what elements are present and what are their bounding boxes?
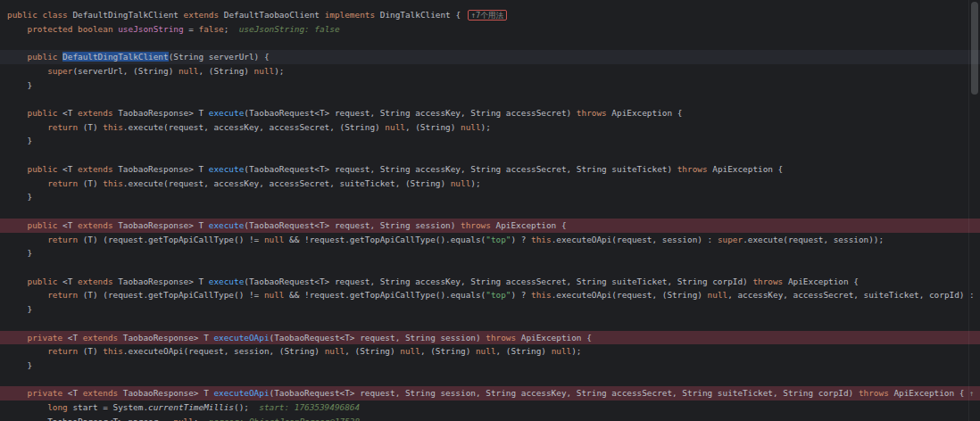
code-line-13[interactable]: return (T) this.execute(request, accessK… (0, 177, 980, 191)
code-token[interactable]: DingTalkClient { (375, 10, 466, 20)
code-token[interactable]: , (String) (199, 66, 254, 76)
code-line-1[interactable]: public class DefaultDingTalkClient exten… (0, 8, 980, 22)
code-token[interactable]: throws (577, 108, 607, 118)
code-token[interactable]: extends (78, 164, 113, 174)
code-token[interactable]: public (28, 220, 58, 230)
code-token[interactable]: = (184, 24, 199, 34)
code-token[interactable]: (TaobaoRequest<T> request, String access… (244, 164, 677, 174)
code-viewport[interactable]: public class DefaultDingTalkClient exten… (0, 0, 980, 421)
code-token[interactable]: ; (224, 24, 239, 34)
code-token[interactable]: long (47, 402, 68, 412)
code-token[interactable]: TaobaoResponse> T (113, 164, 209, 174)
code-token[interactable]: } (7, 248, 32, 258)
code-token[interactable]: (TaobaoRequest<T> request, String access… (244, 277, 752, 286)
code-token[interactable] (7, 108, 28, 118)
code-token[interactable]: "top" (486, 235, 511, 244)
selected-identifier[interactable]: DefaultDingTalkClient (62, 52, 169, 62)
code-token[interactable]: null (325, 346, 345, 356)
code-token[interactable]: class (43, 10, 68, 20)
code-token[interactable]: <T (57, 277, 78, 286)
code-line-4[interactable]: public DefaultDingTalkClient(String serv… (0, 50, 980, 64)
code-token[interactable]: (String serverUrl) { (169, 52, 270, 62)
code-token[interactable]: this (531, 235, 552, 244)
code-token[interactable]: extends (78, 108, 113, 118)
code-token[interactable]: null (254, 66, 275, 76)
code-token[interactable]: <T (57, 164, 78, 174)
code-token[interactable]: ); (481, 122, 491, 132)
debug-inline-value[interactable]: parser: ObjectJsonParser@17538 (209, 417, 360, 421)
scrollbar-thumb[interactable] (971, 2, 978, 95)
code-token[interactable]: public (28, 164, 58, 174)
code-line-15[interactable] (0, 204, 980, 219)
code-token[interactable]: .executeOApi(request, (String) (552, 290, 708, 300)
code-token[interactable]: ApiException { (607, 108, 683, 118)
code-token[interactable]: (T) (78, 122, 103, 132)
code-token[interactable]: false (199, 24, 224, 34)
code-token[interactable]: (T) (request.getTopApiCallType() != (78, 235, 264, 244)
code-line-25[interactable]: return (T) this.executeOApi(request, ses… (0, 344, 980, 359)
code-token[interactable]: this (103, 346, 123, 356)
debug-inline-value[interactable]: useJsonString: false (239, 24, 340, 34)
code-token[interactable]: start = System. (68, 402, 148, 412)
code-line-2[interactable]: protected boolean useJsonString = false;… (0, 22, 980, 37)
code-token[interactable]: throws (752, 277, 783, 286)
code-token[interactable]: } (7, 136, 32, 145)
code-token[interactable]: public (28, 52, 58, 62)
code-token[interactable]: , (String) (496, 346, 552, 356)
code-token[interactable]: extends (83, 388, 119, 398)
code-token[interactable]: DefaultDingTalkClient (68, 10, 184, 20)
code-token[interactable]: .execute(request, accessKey, accessSecre… (123, 122, 386, 132)
code-token[interactable]: super (718, 235, 743, 244)
code-token[interactable]: , (String) (345, 346, 400, 356)
code-token[interactable]: execute (209, 220, 245, 230)
code-token[interactable]: executeOApi (213, 388, 269, 398)
code-token[interactable] (7, 122, 47, 132)
code-line-23[interactable] (0, 317, 980, 331)
code-line-5[interactable]: super(serverUrl, (String) null, (String)… (0, 64, 980, 78)
code-token[interactable]: return (47, 290, 78, 300)
code-token[interactable] (7, 388, 28, 398)
code-token[interactable]: <T (57, 220, 78, 230)
code-token[interactable]: , (String) (420, 346, 476, 356)
code-token[interactable]: (T) (78, 178, 103, 188)
code-token[interactable]: useJsonString (118, 24, 183, 34)
code-token[interactable]: ; (194, 417, 209, 421)
code-token[interactable]: <T (57, 108, 78, 118)
code-line-7[interactable] (0, 92, 980, 106)
code-token[interactable]: , accessKey, accessSecret, suiteTicket, … (727, 290, 980, 300)
code-line-20[interactable]: public <T extends TaobaoResponse> T exec… (0, 275, 980, 289)
code-line-6[interactable]: } (0, 78, 980, 93)
code-line-17[interactable]: return (T) (request.getTopApiCallType() … (0, 233, 980, 247)
code-token[interactable]: DefaultTaobaoClient (219, 10, 325, 20)
debug-inline-value[interactable]: start: 1763539496864 (259, 402, 360, 412)
code-line-24[interactable]: private <T extends TaobaoResponse> T exe… (0, 331, 980, 345)
code-token[interactable]: null (708, 290, 728, 300)
code-token[interactable]: throws (461, 220, 491, 230)
code-token[interactable]: (T) (request.getTopApiCallType() != (78, 290, 264, 300)
code-token[interactable]: public (7, 10, 37, 20)
code-token[interactable]: TaobaoParser<T> parser = (7, 417, 173, 421)
code-token[interactable]: (TaobaoRequest<T> request, String sessio… (244, 220, 461, 230)
code-token[interactable] (7, 235, 47, 244)
code-token[interactable]: ) ? (511, 235, 531, 244)
code-token[interactable]: (serverUrl, (String) (72, 66, 179, 76)
code-token[interactable]: return (47, 122, 78, 132)
code-token[interactable]: TaobaoResponse> T (113, 277, 209, 286)
code-token[interactable]: && !request.getTopApiCallType().equals( (284, 235, 486, 244)
code-token[interactable]: ApiException { (491, 220, 567, 230)
code-token[interactable]: ApiException { (889, 388, 969, 398)
code-token[interactable]: this (103, 178, 123, 188)
code-token[interactable]: <T (62, 333, 83, 343)
code-token[interactable] (7, 290, 47, 300)
code-token[interactable]: TaobaoResponse> T (118, 333, 213, 343)
code-line-28[interactable]: private <T extends TaobaoResponse> T exe… (0, 386, 980, 400)
code-token[interactable] (7, 52, 28, 62)
code-token[interactable]: ApiException { (516, 333, 592, 343)
code-token[interactable]: (TaobaoRequest<T> request, String sessio… (270, 388, 859, 398)
code-token[interactable] (7, 346, 47, 356)
code-token[interactable]: .execute(request, session)); (743, 235, 884, 244)
code-token[interactable] (7, 277, 28, 286)
code-token[interactable]: } (7, 80, 32, 90)
code-token[interactable]: extends (78, 220, 113, 230)
usages-inlay-hint[interactable]: ↑7个用法 (468, 10, 508, 21)
